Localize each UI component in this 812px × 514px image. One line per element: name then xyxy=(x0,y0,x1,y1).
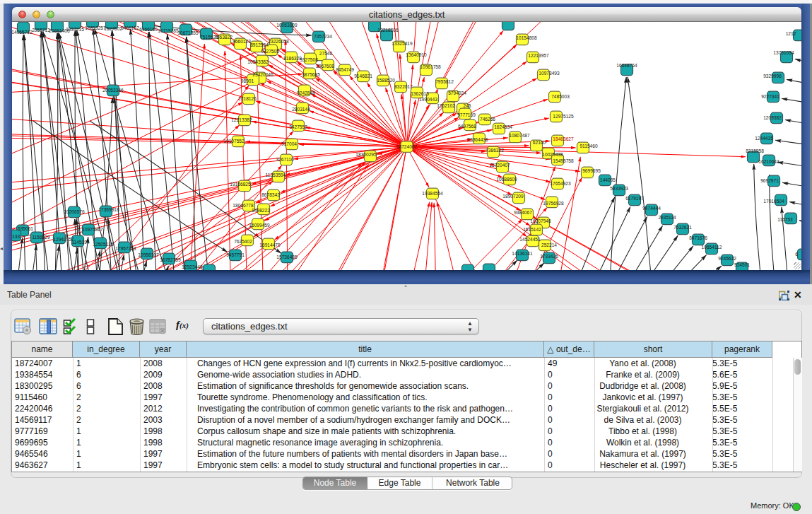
svg-text:15736485: 15736485 xyxy=(276,255,298,259)
svg-text:1145194: 1145194 xyxy=(71,240,90,245)
svg-text:10543382: 10543382 xyxy=(247,59,269,64)
svg-text:10107552: 10107552 xyxy=(223,139,245,144)
svg-text:10807487: 10807487 xyxy=(509,133,530,138)
svg-text:15495758: 15495758 xyxy=(553,158,574,163)
svg-text:5933923: 5933923 xyxy=(610,186,628,191)
svg-text:13218506: 13218506 xyxy=(377,28,399,33)
svg-text:19384554: 19384554 xyxy=(422,191,443,196)
svg-text:7357234: 7357234 xyxy=(314,34,332,39)
svg-text:18463627: 18463627 xyxy=(553,136,574,141)
svg-text:16210643: 16210643 xyxy=(758,159,779,164)
svg-text:9777169: 9777169 xyxy=(457,112,476,117)
svg-text:1362102: 1362102 xyxy=(437,103,455,108)
svg-text:9329996: 9329996 xyxy=(763,74,782,78)
svg-text:10975867: 10975867 xyxy=(82,227,103,232)
svg-text:27546: 27546 xyxy=(319,51,333,56)
svg-text:10719185: 10719185 xyxy=(158,28,179,33)
svg-text:10154808: 10154808 xyxy=(516,35,537,40)
svg-text:19756928: 19756928 xyxy=(543,201,564,206)
svg-text:1244415: 1244415 xyxy=(755,136,773,141)
svg-text:144095: 144095 xyxy=(600,177,616,182)
svg-text:2935114: 2935114 xyxy=(658,215,676,220)
svg-text:252214: 252214 xyxy=(541,243,557,247)
svg-text:6: 6 xyxy=(795,252,798,257)
svg-text:7625402: 7625402 xyxy=(234,239,252,244)
svg-text:9699695: 9699695 xyxy=(582,168,601,173)
svg-text:9115460: 9115460 xyxy=(579,144,598,148)
svg-text:6497568: 6497568 xyxy=(458,124,476,129)
svg-text:1624534: 1624534 xyxy=(494,124,512,129)
svg-text:6179197: 6179197 xyxy=(625,196,644,201)
svg-text:9660123: 9660123 xyxy=(233,39,251,44)
svg-text:8471676: 8471676 xyxy=(689,235,707,240)
svg-text:62160: 62160 xyxy=(533,140,546,145)
svg-text:12923448: 12923448 xyxy=(182,264,203,269)
svg-text:7663822: 7663822 xyxy=(214,35,233,40)
svg-text:10025438: 10025438 xyxy=(542,152,563,157)
svg-text:13640910: 13640910 xyxy=(406,52,427,57)
svg-text:20053346: 20053346 xyxy=(102,88,124,93)
svg-text:1209382: 1209382 xyxy=(763,115,782,120)
svg-text:1527602: 1527602 xyxy=(104,26,122,31)
svg-text:10671355: 10671355 xyxy=(177,30,199,35)
svg-text:16099459: 16099459 xyxy=(249,223,270,228)
svg-text:17359918: 17359918 xyxy=(98,207,119,212)
svg-text:7632621: 7632621 xyxy=(673,225,692,230)
svg-text:14524451: 14524451 xyxy=(519,237,541,242)
svg-text:6466160: 6466160 xyxy=(139,27,158,32)
svg-text:3875685: 3875685 xyxy=(302,72,320,77)
svg-text:1588520: 1588520 xyxy=(377,78,395,83)
svg-text:9327508: 9327508 xyxy=(300,57,318,62)
svg-text:17016504: 17016504 xyxy=(763,199,784,204)
svg-text:9327505: 9327505 xyxy=(261,49,279,54)
svg-text:14055712: 14055712 xyxy=(12,30,33,35)
svg-text:2967608: 2967608 xyxy=(316,64,334,69)
svg-text:12505135: 12505135 xyxy=(93,242,114,247)
svg-text:746266: 746266 xyxy=(480,117,495,122)
svg-text:12213957: 12213957 xyxy=(528,53,549,58)
svg-text:98901: 98901 xyxy=(241,78,254,83)
svg-text:9498222: 9498222 xyxy=(252,208,270,213)
svg-text:8322017: 8322017 xyxy=(394,84,413,89)
svg-text:10688609: 10688609 xyxy=(496,177,517,182)
svg-text:1212: 1212 xyxy=(786,31,796,36)
svg-text:924501: 924501 xyxy=(734,262,750,267)
svg-text:19166825: 19166825 xyxy=(230,182,251,187)
svg-text:9242848: 9242848 xyxy=(297,90,315,95)
svg-text:7386322: 7386322 xyxy=(486,148,504,153)
svg-text:16648764: 16648764 xyxy=(616,63,637,68)
svg-text:10973493: 10973493 xyxy=(539,71,560,76)
svg-text:9146821: 9146821 xyxy=(354,74,372,78)
svg-text:13751034: 13751034 xyxy=(773,50,794,55)
svg-text:10853257: 10853257 xyxy=(85,25,106,30)
svg-text:2055713: 2055713 xyxy=(32,28,50,33)
svg-text:16782759: 16782759 xyxy=(160,257,181,262)
svg-text:5794024: 5794024 xyxy=(448,90,466,95)
svg-text:20364436: 20364436 xyxy=(467,137,488,142)
svg-text:23226058: 23226058 xyxy=(268,39,289,44)
svg-text:10958107: 10958107 xyxy=(138,252,159,257)
svg-text:1937215: 1937215 xyxy=(66,27,84,32)
svg-text:1362615: 1362615 xyxy=(411,91,429,96)
svg-text:245: 245 xyxy=(463,103,471,108)
svg-text:16207946: 16207946 xyxy=(530,218,551,223)
svg-text:10961758: 10961758 xyxy=(420,64,441,69)
svg-text:12975125: 12975125 xyxy=(553,114,574,119)
svg-text:23420046: 23420046 xyxy=(252,72,273,77)
svg-text:17654923: 17654923 xyxy=(550,181,571,186)
svg-text:1990443: 1990443 xyxy=(419,97,437,102)
svg-text:9227341: 9227341 xyxy=(761,94,779,99)
svg-text:18300295: 18300295 xyxy=(355,152,377,157)
svg-text:7955812: 7955812 xyxy=(435,79,454,84)
svg-text:9466162: 9466162 xyxy=(121,25,139,30)
svg-text:39133: 39133 xyxy=(12,234,20,239)
svg-text:8678342: 8678342 xyxy=(261,192,280,197)
svg-text:9474444: 9474444 xyxy=(642,206,661,211)
svg-text:2803144: 2803144 xyxy=(292,107,310,112)
svg-text:9692971: 9692971 xyxy=(760,178,779,183)
svg-text:3267110: 3267110 xyxy=(276,157,294,162)
svg-text:8912954: 8912954 xyxy=(250,42,269,47)
svg-text:1156829: 1156829 xyxy=(32,235,50,240)
svg-text:535061: 535061 xyxy=(18,226,33,231)
svg-text:20206576: 20206576 xyxy=(64,209,85,214)
